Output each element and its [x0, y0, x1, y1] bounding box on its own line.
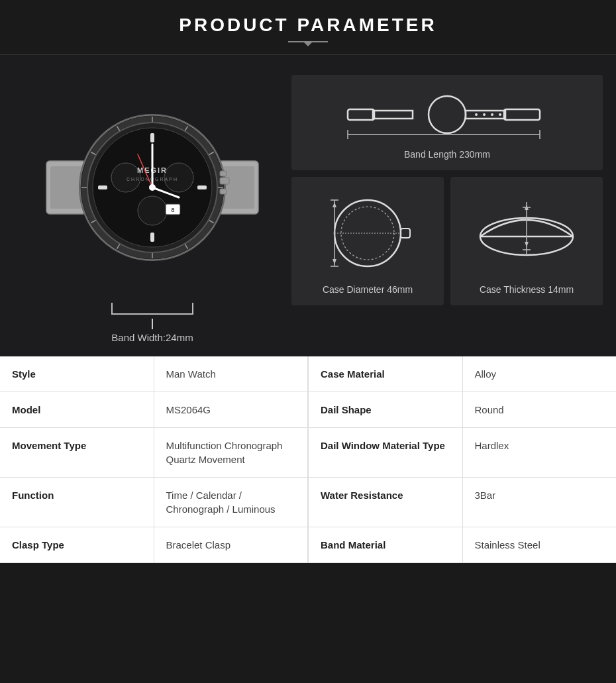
svg-rect-31	[150, 233, 154, 242]
case-thickness-label: Case Thickness 14mm	[480, 284, 574, 295]
svg-point-39	[149, 184, 156, 191]
svg-rect-32	[98, 185, 107, 189]
spec-value-right: Stainless Steel	[463, 527, 617, 562]
header-divider	[288, 41, 328, 42]
svg-rect-40	[348, 109, 374, 120]
svg-rect-3	[223, 166, 254, 209]
svg-rect-33	[220, 178, 229, 184]
spec-value-text: Round	[475, 404, 504, 415]
spec-value-text: Time / Calendar / Chronograph / Luminous	[166, 490, 276, 515]
table-row: Function Time / Calendar / Chronograph /…	[0, 478, 616, 527]
specs-table: Style Man Watch Case Material Alloy Mode…	[0, 356, 616, 563]
svg-rect-29	[150, 133, 154, 142]
spec-label-left: Model	[0, 392, 154, 427]
svg-point-47	[499, 113, 501, 116]
case-thickness-svg	[474, 190, 580, 276]
spec-label-right: Case Material	[308, 356, 463, 392]
diagrams-area: Band Length 230mm	[291, 75, 603, 343]
case-diameter-label: Case Diameter 46mm	[323, 284, 413, 295]
spec-value-left: MS2064G	[154, 392, 309, 427]
spec-label-text: Movement Type	[12, 440, 86, 451]
spec-label-text: Model	[12, 404, 40, 415]
page-header: PRODUCT PARAMETER	[0, 0, 616, 55]
table-row: Clasp Type Bracelet Clasp Band Material …	[0, 527, 616, 563]
spec-value-right: Round	[463, 392, 617, 427]
spec-value-text: Multifunction Chronograph Quartz Movemen…	[166, 440, 283, 465]
spec-label-left: Function	[0, 478, 154, 527]
spec-value-text: Man Watch	[166, 368, 216, 380]
svg-rect-1	[50, 166, 82, 209]
spec-label-left: Movement Type	[0, 428, 154, 477]
spec-value-text: Bracelet Clasp	[166, 539, 231, 551]
svg-rect-34	[220, 189, 227, 194]
spec-value-right: Hardlex	[463, 428, 617, 477]
spec-value-right: 3Bar	[463, 478, 617, 527]
spec-label-text: Function	[12, 490, 54, 501]
case-thickness-diagram: Case Thickness 14mm	[450, 177, 603, 305]
spec-label-text: Dail Shape	[321, 404, 372, 415]
spec-value-left: Bracelet Clasp	[154, 527, 309, 562]
band-length-label: Band Length 230mm	[404, 149, 490, 160]
spec-value-left: Man Watch	[154, 356, 309, 392]
table-row: Model MS2064G Dail Shape Round	[0, 392, 616, 428]
diagram-bottom-row: Case Diameter 46mm	[291, 177, 603, 305]
band-width-label: Band Width:24mm	[111, 319, 193, 343]
spec-label-left: Style	[0, 356, 154, 392]
spec-value-right: Alloy	[463, 356, 617, 392]
spec-label-right: Dail Window Material Type	[308, 428, 463, 477]
svg-point-45	[483, 113, 486, 116]
spec-label-text: Case Material	[321, 368, 385, 380]
svg-marker-67	[525, 242, 529, 247]
spec-label-text: Water Resistance	[321, 490, 403, 501]
spec-label-text: Dail Window Material Type	[321, 440, 445, 451]
svg-point-42	[429, 96, 466, 133]
band-length-diagram: Band Length 230mm	[291, 75, 603, 170]
spec-value-text: Alloy	[475, 368, 497, 380]
watch-diagram: 8 MEGIR CHRONOGRAPH	[40, 75, 265, 300]
main-visual-section: 8 MEGIR CHRONOGRAPH	[0, 55, 616, 356]
svg-rect-30	[197, 185, 207, 189]
svg-marker-59	[333, 259, 336, 264]
table-row: Style Man Watch Case Material Alloy	[0, 356, 616, 392]
spec-value-text: MS2064G	[166, 404, 211, 415]
svg-point-44	[475, 113, 478, 116]
spec-label-right: Water Resistance	[308, 478, 463, 527]
svg-rect-53	[401, 229, 410, 238]
spec-value-text: 3Bar	[475, 490, 496, 501]
case-diameter-svg	[315, 190, 421, 276]
spec-label-text: Clasp Type	[12, 539, 64, 551]
spec-value-left: Time / Calendar / Chronograph / Luminous	[154, 478, 309, 527]
spec-value-text: Hardlex	[475, 440, 509, 451]
table-row: Movement Type Multifunction Chronograph …	[0, 428, 616, 478]
spec-value-left: Multifunction Chronograph Quartz Movemen…	[154, 428, 309, 477]
spec-label-right: Band Material	[308, 527, 463, 562]
spec-label-right: Dail Shape	[308, 392, 463, 427]
svg-point-24	[138, 196, 167, 225]
band-length-svg	[341, 88, 553, 141]
page-title: PRODUCT PARAMETER	[0, 15, 616, 36]
svg-rect-48	[504, 109, 540, 120]
spec-label-text: Style	[12, 368, 36, 380]
svg-marker-58	[333, 202, 336, 207]
svg-rect-41	[373, 111, 413, 119]
case-diameter-diagram: Case Diameter 46mm	[291, 177, 444, 305]
svg-text:8: 8	[171, 207, 174, 213]
svg-rect-35	[220, 171, 227, 176]
spec-label-left: Clasp Type	[0, 527, 154, 562]
spec-value-text: Stainless Steel	[475, 539, 540, 551]
spec-label-text: Band Material	[321, 539, 385, 551]
watch-illustration-area: 8 MEGIR CHRONOGRAPH	[13, 75, 291, 343]
svg-point-46	[491, 113, 493, 116]
